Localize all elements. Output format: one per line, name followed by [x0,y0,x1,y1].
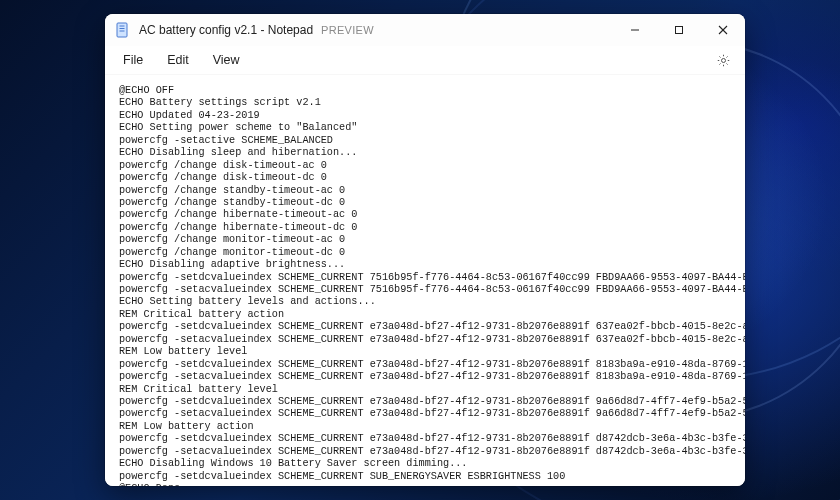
notepad-window: AC battery config v2.1 - Notepad PREVIEW… [105,14,745,486]
svg-rect-5 [676,27,683,34]
preview-badge: PREVIEW [321,24,374,36]
document-content[interactable]: @ECHO OFF ECHO Battery settings script v… [119,85,731,486]
menu-view[interactable]: View [203,49,250,71]
menubar: File Edit View [105,46,745,75]
desktop-background: AC battery config v2.1 - Notepad PREVIEW… [0,0,840,500]
maximize-button[interactable] [657,14,701,46]
svg-point-8 [721,58,725,62]
window-title: AC battery config v2.1 - Notepad [139,23,313,37]
menu-file[interactable]: File [113,49,153,71]
menu-edit[interactable]: Edit [157,49,199,71]
app-icon [115,22,131,38]
text-editor[interactable]: @ECHO OFF ECHO Battery settings script v… [105,75,745,486]
svg-rect-0 [117,23,127,37]
minimize-button[interactable] [613,14,657,46]
close-button[interactable] [701,14,745,46]
titlebar[interactable]: AC battery config v2.1 - Notepad PREVIEW [105,14,745,46]
settings-button[interactable] [709,46,737,74]
